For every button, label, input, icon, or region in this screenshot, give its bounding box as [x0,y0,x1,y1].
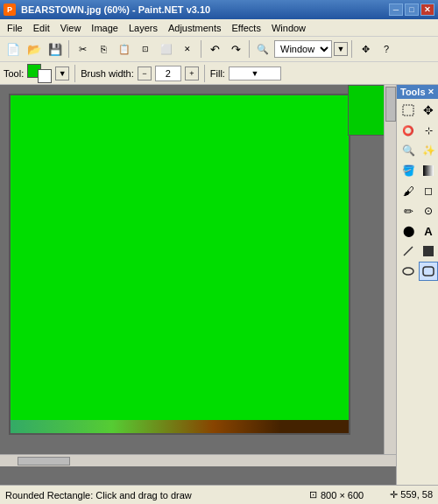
menu-item-file[interactable]: File [2,21,28,35]
paintbrush-icon: 🖌 [403,185,414,198]
fill-dropdown[interactable]: ▼ [229,66,281,80]
brush-width-decrease[interactable]: − [138,66,152,80]
paintbucket-icon: 🪣 [402,164,415,177]
new-button[interactable]: 📄 [4,39,23,59]
select-all-button[interactable]: ⬜ [157,39,176,59]
tool-zoom[interactable]: 🔍 [399,141,418,160]
app-icon: P [4,4,16,16]
pan-button[interactable]: ✥ [356,39,375,59]
tool-gradient[interactable] [419,161,438,180]
redo-button[interactable]: ↷ [226,39,245,59]
copy-button[interactable]: ⎘ [94,39,113,59]
minimize-button[interactable]: ─ [389,4,403,16]
menu-bar: FileEditViewImageLayersAdjustmentsEffect… [0,19,438,37]
hscroll-thumb[interactable] [18,457,70,466]
magic-wand-icon: ✨ [422,144,435,157]
status-position: ✛ 559, 58 [390,489,433,500]
brush-width-increase[interactable]: + [185,66,199,80]
position-value: 559, 58 [400,489,433,500]
fill-label: Fill: [210,68,225,79]
svg-point-4 [403,268,413,275]
zoom-icon: 🔍 [402,144,415,157]
deselect-button[interactable]: ✕ [178,39,197,59]
menu-item-adjustments[interactable]: Adjustments [163,21,227,35]
undo-button[interactable]: ↶ [205,39,224,59]
tool-rectangle-select[interactable] [399,101,418,120]
tool-line[interactable] [399,242,418,261]
background-color[interactable] [38,69,52,83]
tools-title-text: Tools [400,87,426,97]
tool-paintbucket[interactable]: 🪣 [399,161,418,180]
tool-magic-wand[interactable]: ✨ [419,141,438,160]
tool-lasso[interactable]: ⭕ [399,121,418,140]
gradient-icon [422,164,434,177]
menu-item-layers[interactable]: Layers [124,21,163,35]
tool-move[interactable]: ✥ [419,101,438,120]
tool-ellipse[interactable] [399,262,418,281]
canvas-bottom-strip [11,420,349,433]
color-arrow[interactable]: ▼ [55,66,69,80]
tool-text[interactable]: A [419,221,438,241]
status-bar: Rounded Rectangle: Click and drag to dra… [0,485,438,504]
tool-pencil[interactable]: ✏ [399,201,418,220]
size-value: 800 × 600 [321,490,364,500]
rectangle-select-icon [402,104,414,116]
close-button[interactable]: ✕ [420,4,434,16]
lasso-icon: ⭕ [402,125,414,136]
zoom-out-button[interactable]: 🔍 [253,39,272,59]
size-icon: ⊡ [309,489,317,500]
window-dropdown[interactable]: Window [274,40,332,58]
svg-line-2 [404,247,413,256]
vscroll-thumb[interactable] [385,87,396,122]
crop-button[interactable]: ⊡ [136,39,155,59]
toolbar-row1: 📄 📂 💾 ✂ ⎘ 📋 ⊡ ⬜ ✕ ↶ ↷ 🔍 Window ▼ ✥ ? [0,37,438,61]
tools-close-button[interactable]: ✕ [427,88,434,96]
separator-5 [74,65,75,82]
maximize-button[interactable]: □ [405,4,419,16]
title-controls[interactable]: ─ □ ✕ [389,4,434,16]
separator-6 [204,65,205,82]
canvas[interactable] [9,94,350,435]
tool-eraser[interactable]: ◻ [419,181,438,200]
svg-rect-3 [423,246,434,256]
dropdown-arrow[interactable]: ▼ [334,42,348,56]
eraser-icon: ◻ [424,185,433,197]
main-area: Tools ✕ ✥ ⭕ ⊹ 🔍 ✨ [0,85,438,486]
color-selector[interactable] [27,64,52,83]
menu-item-view[interactable]: View [55,21,87,35]
vertical-scrollbar[interactable] [384,85,396,454]
menu-item-effects[interactable]: Effects [227,21,266,35]
shapes-icon [422,245,434,257]
tool-paintbrush[interactable]: 🖌 [399,181,418,200]
rounded-rect-icon [422,265,434,277]
clone-stamp-icon: ⊙ [424,205,433,217]
toolbar-row2: Tool: ▼ Brush width: − + Fill: ▼ [0,61,438,84]
svg-rect-1 [423,165,434,176]
tool-clone-stamp[interactable]: ⊙ [419,201,438,220]
horizontal-scrollbar[interactable] [0,454,396,466]
text-icon: A [424,225,432,238]
cut-button[interactable]: ✂ [73,39,92,59]
menu-item-window[interactable]: Window [266,21,311,35]
separator-2 [201,40,201,58]
tool-recolor[interactable]: ⬤ [399,221,418,241]
tools-grid: ✥ ⭕ ⊹ 🔍 ✨ 🪣 [397,99,438,283]
help-button[interactable]: ? [377,39,396,59]
tool-shapes[interactable] [419,242,438,261]
tool-move-selection[interactable]: ⊹ [419,121,438,140]
menu-item-edit[interactable]: Edit [28,21,55,35]
separator-3 [249,40,250,58]
separator-1 [68,40,69,58]
open-button[interactable]: 📂 [25,39,44,59]
tools-panel: Tools ✕ ✥ ⭕ ⊹ 🔍 ✨ [396,85,438,486]
status-size: ⊡ 800 × 600 [309,489,364,500]
toolbar-area: 📄 📂 💾 ✂ ⎘ 📋 ⊡ ⬜ ✕ ↶ ↷ 🔍 Window ▼ ✥ ? Too… [0,37,438,85]
brush-width-input[interactable] [155,66,181,81]
save-button[interactable]: 💾 [46,39,65,59]
tool-rounded-rect[interactable] [419,262,438,281]
recolor-icon: ⬤ [403,225,414,237]
canvas-container[interactable] [0,85,438,486]
menu-item-image[interactable]: Image [86,21,124,35]
ellipse-icon [402,265,414,277]
paste-button[interactable]: 📋 [115,39,134,59]
